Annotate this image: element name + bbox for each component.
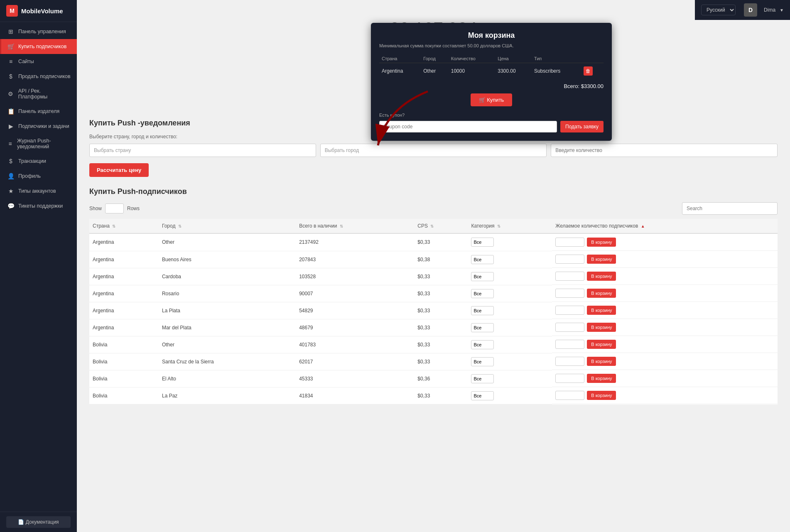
documentation-button[interactable]: 📄 Документация <box>6 516 71 528</box>
city-select[interactable]: Выбрать город <box>320 144 547 157</box>
category-input[interactable] <box>471 272 494 281</box>
app-logo: M MobileVolume <box>0 0 77 22</box>
th-cps[interactable]: CPS ⇅ <box>414 219 468 233</box>
cell-desired-qty: В корзину <box>552 370 778 387</box>
coupon-input[interactable] <box>379 121 557 132</box>
category-input[interactable] <box>471 323 494 332</box>
qty-field[interactable] <box>555 391 584 400</box>
category-input[interactable] <box>471 255 494 264</box>
cell-country: Argentina <box>89 251 159 268</box>
cell-desired-qty: В корзину <box>552 285 778 302</box>
qty-field[interactable] <box>555 255 584 264</box>
country-select[interactable]: Выбрать страну <box>89 144 316 157</box>
add-to-cart-button[interactable]: В корзину <box>587 340 616 349</box>
qty-field[interactable] <box>555 272 584 281</box>
category-input[interactable] <box>471 238 494 247</box>
qty-field[interactable] <box>555 340 584 349</box>
sidebar-footer: 📄 Документация <box>0 512 77 532</box>
cell-desired-qty: В корзину <box>552 234 778 251</box>
sidebar-item-dashboard[interactable]: ⊞ Панель управления <box>0 24 77 39</box>
cell-available: 2137492 <box>296 233 414 251</box>
sidebar-item-profile[interactable]: 👤 Профиль <box>0 169 77 184</box>
language-selector[interactable]: Русский <box>701 5 736 15</box>
cart-delete-button[interactable]: 🗑 <box>584 66 593 76</box>
sidebar-item-label: Панель управления <box>18 29 66 34</box>
qty-field[interactable] <box>555 374 584 383</box>
th-country[interactable]: Страна ⇅ <box>89 219 159 233</box>
add-to-cart-button[interactable]: В корзину <box>587 357 616 366</box>
cart-buy-button[interactable]: 🛒 Купить <box>471 93 513 106</box>
table-controls: Show Rows <box>89 202 778 215</box>
category-input[interactable] <box>471 374 494 383</box>
buy-icon: 🛒 <box>7 43 14 50</box>
sidebar-item-tasks[interactable]: ▶ Подписчики и задачи <box>0 119 77 134</box>
category-input[interactable] <box>471 306 494 315</box>
sidebar-item-sell-subscribers[interactable]: $ Продать подписчиков <box>0 69 77 84</box>
cell-country: Argentina <box>89 285 159 302</box>
qty-field[interactable] <box>555 289 584 298</box>
subscribers-table-section: Купить Push-подписчиков Show Rows Страна… <box>89 187 778 405</box>
coupon-submit-button[interactable]: Подать заявку <box>560 121 604 132</box>
category-input[interactable] <box>471 289 494 298</box>
cart-th-country: Страна <box>379 54 421 63</box>
cart-th-city: Город <box>421 54 448 63</box>
add-to-cart-button[interactable]: В корзину <box>587 306 616 315</box>
qty-field[interactable] <box>555 306 584 315</box>
app-name: MobileVolume <box>21 7 63 15</box>
sidebar-item-sites[interactable]: ≡ Сайты <box>0 54 77 69</box>
table-row: Argentina Mar del Plata 48679 $0,33 В ко… <box>89 319 778 336</box>
sidebar-item-buy-subscribers[interactable]: 🛒 Купить подписчиков <box>0 39 77 54</box>
table-row: Bolivia La Paz 41834 $0,33 В корзину <box>89 387 778 404</box>
add-to-cart-button[interactable]: В корзину <box>587 374 616 383</box>
sidebar-item-label: Тикеты поддержки <box>18 203 63 209</box>
cell-category <box>468 370 552 387</box>
category-input[interactable] <box>471 340 494 349</box>
sidebar-item-publisher[interactable]: 📋 Панель издателя <box>0 104 77 119</box>
add-to-cart-button[interactable]: В корзину <box>587 323 616 332</box>
cell-cps: $0,33 <box>414 336 468 353</box>
add-to-cart-button[interactable]: В корзину <box>587 272 616 281</box>
add-to-cart-button[interactable]: В корзину <box>587 289 616 298</box>
th-city[interactable]: Город ⇅ <box>159 219 296 233</box>
add-to-cart-button[interactable]: В корзину <box>587 255 616 264</box>
qty-field[interactable] <box>555 238 584 247</box>
category-input[interactable] <box>471 391 494 400</box>
add-to-cart-button[interactable]: В корзину <box>587 238 616 247</box>
api-icon: ⚙ <box>7 91 14 97</box>
topbar: Русский D Dima ▼ <box>695 0 790 20</box>
cart-delete-cell: 🗑 <box>581 63 604 79</box>
sidebar-item-transactions[interactable]: $ Транзакции <box>0 154 77 169</box>
th-category[interactable]: Категория ⇅ <box>468 219 552 233</box>
subscribers-data-table: Страна ⇅ Город ⇅ Всего в наличии ⇅ CPS ⇅ <box>89 219 778 405</box>
cell-available: 54829 <box>296 302 414 319</box>
coupon-section: Есть купон? Подать заявку <box>379 113 604 132</box>
sidebar-item-api[interactable]: ⚙ API / Рек. Платформы <box>0 84 77 104</box>
cart-price: 3300.00 <box>495 63 532 79</box>
sidebar-item-support[interactable]: 💬 Тикеты поддержки <box>0 199 77 213</box>
show-label: Show <box>89 206 102 211</box>
cell-cps: $0,33 <box>414 285 468 302</box>
sidebar-item-push-journal[interactable]: ≡ Журнал Push-уведомлений <box>0 134 77 154</box>
cell-cps: $0,38 <box>414 251 468 268</box>
sidebar-item-label: API / Рек. Платформы <box>18 88 71 100</box>
rows-per-page-input[interactable] <box>105 203 124 213</box>
cell-city: Buenos Aires <box>159 251 296 268</box>
qty-input[interactable] <box>551 144 778 157</box>
th-desired-qty[interactable]: Желаемое количество подписчиков ▲ <box>552 219 778 233</box>
sidebar-item-account-types[interactable]: ★ Типы аккаунтов <box>0 184 77 199</box>
calculate-price-button[interactable]: Рассчитать цену <box>89 163 149 177</box>
cell-city: Rosario <box>159 285 296 302</box>
user-dropdown-icon[interactable]: ▼ <box>780 8 784 12</box>
add-to-cart-button[interactable]: В корзину <box>587 391 616 400</box>
table-search-input[interactable] <box>682 202 778 215</box>
cell-category <box>468 387 552 404</box>
cart-type: Subscribers <box>532 63 581 79</box>
th-available[interactable]: Всего в наличии ⇅ <box>296 219 414 233</box>
qty-field[interactable] <box>555 323 584 332</box>
qty-field[interactable] <box>555 357 584 366</box>
cart-row: Argentina Other 10000 3300.00 Subscriber… <box>379 63 604 79</box>
cell-category <box>468 268 552 285</box>
cps-sort-icon: ⇅ <box>430 224 434 228</box>
category-input[interactable] <box>471 357 494 366</box>
cart-header-row: Страна Город Количество Цена Тип <box>379 54 604 63</box>
